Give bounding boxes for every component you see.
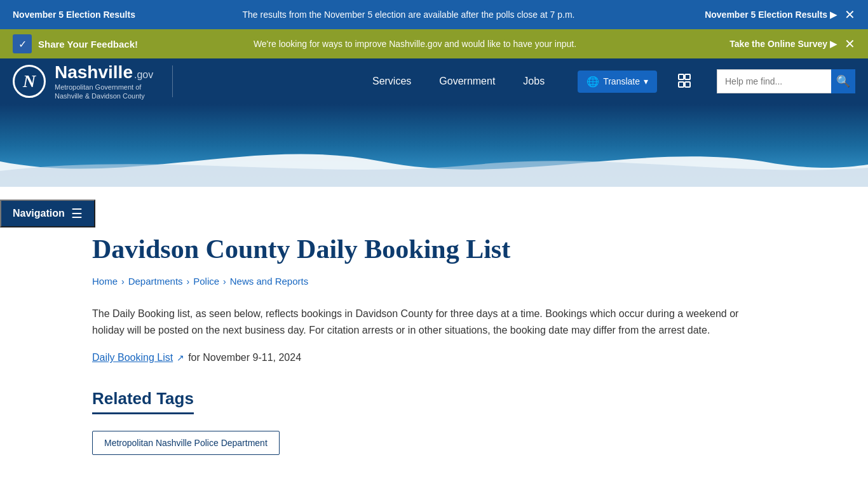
election-banner-left-text: November 5 Election Results (13, 10, 140, 20)
tags-list: Metropolitan Nashville Police Department (92, 421, 776, 455)
breadcrumb-sep-1: › (121, 276, 125, 287)
search-button[interactable]: 🔍 (831, 69, 855, 93)
feedback-banner: ✓ Share Your Feedback! We're looking for… (0, 29, 868, 58)
breadcrumb-police[interactable]: Police (193, 276, 219, 287)
nav-government[interactable]: Government (425, 58, 509, 104)
main-content: Davidson County Daily Booking List Home … (0, 227, 868, 480)
logo-link[interactable]: N Nashville.gov Metropolitan Government … (13, 62, 153, 101)
tag-metro-police[interactable]: Metropolitan Nashville Police Department (92, 431, 280, 455)
breadcrumb-home[interactable]: Home (92, 276, 118, 287)
page-description: The Daily Booking list, as seen below, r… (92, 306, 759, 338)
site-header: N Nashville.gov Metropolitan Government … (0, 58, 868, 104)
related-tags-section: Related Tags Metropolitan Nashville Poli… (92, 389, 776, 455)
page-title: Davidson County Daily Booking List (92, 234, 776, 264)
feedback-label: Share Your Feedback! (38, 39, 138, 50)
logo-circle: N (13, 65, 46, 98)
feedback-center-text: We're looking for ways to improve Nashvi… (153, 39, 677, 49)
search-input[interactable] (717, 69, 831, 93)
nav-jobs[interactable]: Jobs (509, 58, 559, 104)
booking-date-suffix: for November 9-11, 2024 (188, 352, 301, 363)
election-banner-close-button[interactable]: ✕ (844, 8, 855, 21)
hero-wave-area (0, 104, 868, 187)
breadcrumb-news-and-reports[interactable]: News and Reports (230, 276, 308, 287)
translate-chevron-icon: ▾ (644, 76, 648, 86)
navigation-label: Navigation (13, 208, 65, 219)
logo-text-area: Nashville.gov Metropolitan Government of… (55, 62, 153, 101)
main-nav: Services Government Jobs (358, 58, 559, 104)
svg-rect-0 (679, 74, 684, 79)
translate-button[interactable]: 🌐 Translate ▾ (578, 71, 657, 93)
election-results-link[interactable]: November 5 Election Results ▶ (705, 10, 837, 20)
logo-n-letter: N (23, 71, 36, 92)
header-divider (172, 65, 173, 97)
feedback-banner-left: ✓ Share Your Feedback! (13, 34, 153, 53)
election-banner: November 5 Election Results The results … (0, 0, 868, 29)
navigation-toggle-button[interactable]: Navigation ☰ (0, 200, 95, 227)
svg-rect-2 (679, 82, 684, 87)
feedback-banner-close-button[interactable]: ✕ (844, 37, 855, 50)
navigation-section: Navigation ☰ (0, 187, 868, 227)
logo-nashville-name: Nashville.gov (55, 62, 153, 83)
search-area: 🔍 (717, 69, 855, 93)
daily-booking-list-link[interactable]: Daily Booking List (92, 352, 173, 363)
external-link-icon: ↗ (177, 353, 184, 363)
election-banner-center-text: The results from the November 5 election… (140, 10, 677, 20)
translate-icon: 🌐 (587, 76, 599, 88)
accessibility-button[interactable] (674, 69, 699, 94)
nav-services[interactable]: Services (358, 58, 425, 104)
booking-link-line: Daily Booking List ↗ for November 9-11, … (92, 352, 776, 363)
search-icon: 🔍 (836, 74, 850, 88)
feedback-checkbox-icon: ✓ (13, 34, 32, 53)
election-banner-right: November 5 Election Results ▶ ✕ (677, 8, 855, 21)
svg-rect-3 (685, 82, 690, 87)
logo-subtitle: Metropolitan Government of Nashville & D… (55, 83, 153, 101)
breadcrumb-sep-2: › (187, 276, 190, 287)
related-tags-title: Related Tags (92, 389, 194, 414)
svg-rect-1 (685, 74, 690, 79)
hamburger-icon: ☰ (71, 207, 83, 220)
breadcrumb: Home › Departments › Police › News and R… (92, 276, 776, 287)
breadcrumb-sep-3: › (223, 276, 226, 287)
breadcrumb-departments[interactable]: Departments (128, 276, 183, 287)
feedback-banner-right: Take the Online Survey ▶ ✕ (677, 37, 855, 50)
online-survey-link[interactable]: Take the Online Survey ▶ (729, 39, 837, 49)
